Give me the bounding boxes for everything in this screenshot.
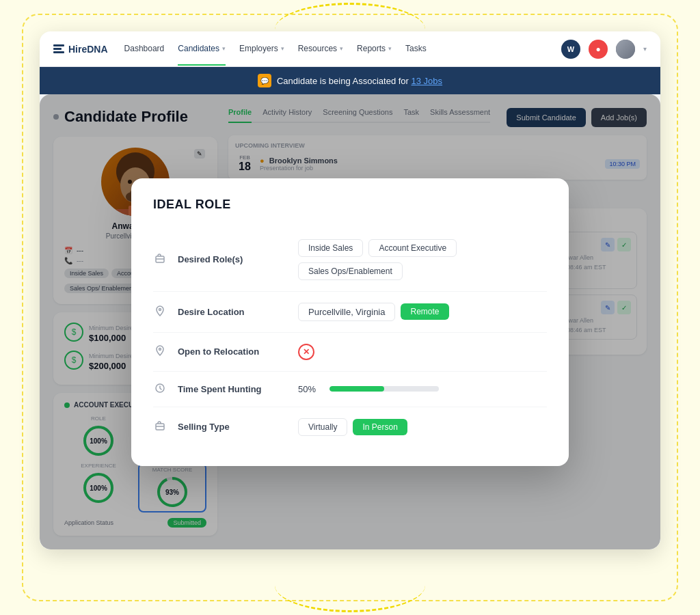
desire-location-label: Desire Location <box>178 307 287 317</box>
location-value: Purcellville, Virginia <box>298 303 395 321</box>
nav-resources[interactable]: Resources ▾ <box>298 33 343 66</box>
desire-location-row: Desire Location Purcellville, Virginia R… <box>153 292 547 333</box>
svg-point-18 <box>159 308 161 310</box>
logo: HireDNA <box>53 44 108 55</box>
banner-jobs-link[interactable]: 13 Jobs <box>412 76 443 86</box>
selling-type-values: Virtually In Person <box>298 418 547 436</box>
chevron-down-icon: ▾ <box>281 45 284 52</box>
avatar-button[interactable] <box>616 40 635 59</box>
nav-right: W ● ▾ <box>561 40 647 59</box>
svg-point-19 <box>159 348 161 351</box>
relocation-row: Open to Relocation ✕ <box>153 333 547 372</box>
selling-type-row: Selling Type Virtually In Person <box>153 407 547 447</box>
relocation-label: Open to Relocation <box>178 346 287 357</box>
nav-candidates[interactable]: Candidates ▾ <box>178 33 226 66</box>
time-hunting-row: Time Spent Hunting 50% <box>153 372 547 407</box>
role-tag-sales-ops: Sales Ops/Enablement <box>298 262 403 280</box>
nav-tasks[interactable]: Tasks <box>405 33 427 66</box>
desired-roles-label: Desired Role(s) <box>178 254 287 264</box>
logo-icon <box>53 44 64 53</box>
nav-employers[interactable]: Employers ▾ <box>239 33 284 66</box>
banner-text: Candidate is being Associated for 13 Job… <box>277 76 442 86</box>
desired-roles-values: Inside Sales Account Executive Sales Ops… <box>298 239 547 280</box>
no-relocation-icon: ✕ <box>298 344 314 360</box>
progress-percent: 50% <box>298 384 323 394</box>
user-avatar <box>616 40 635 59</box>
nav-chevron[interactable]: ▾ <box>643 45 647 53</box>
time-hunting-value: 50% <box>298 384 547 394</box>
relocation-value: ✕ <box>298 344 547 360</box>
time-hunting-label: Time Spent Hunting <box>178 384 287 394</box>
nav-reports[interactable]: Reports ▾ <box>357 33 392 66</box>
desired-roles-row: Desired Role(s) Inside Sales Account Exe… <box>153 228 547 292</box>
virtually-tag: Virtually <box>298 418 347 436</box>
progress-container: 50% <box>298 384 439 394</box>
modal-title: IDEAL ROLE <box>153 197 547 212</box>
banner-icon: 💬 <box>258 74 271 87</box>
logo-text: HireDNA <box>68 44 108 55</box>
nav-dashboard[interactable]: Dashboard <box>124 33 165 66</box>
chevron-down-icon: ▾ <box>340 45 343 52</box>
location-icon-1 <box>153 305 167 318</box>
notification-button[interactable]: ● <box>589 40 608 59</box>
location-icon-2 <box>153 345 167 358</box>
ideal-role-modal: IDEAL ROLE Desired Role(s) Insi <box>131 178 569 466</box>
modal-overlay[interactable]: IDEAL ROLE Desired Role(s) Insi <box>40 94 660 549</box>
chevron-down-icon: ▾ <box>222 45 226 52</box>
in-person-badge: In Person <box>353 419 407 435</box>
role-tag-account-exec: Account Executive <box>368 239 457 257</box>
nav-items: Dashboard Candidates ▾ Employers ▾ Resou… <box>124 33 545 66</box>
role-tag-inside-sales: Inside Sales <box>298 239 363 257</box>
selling-icon <box>153 420 167 433</box>
progress-bar-fill <box>329 386 384 392</box>
clock-icon <box>153 383 167 396</box>
briefcase-icon <box>153 253 167 266</box>
progress-bar-background <box>329 386 439 392</box>
selling-type-label: Selling Type <box>178 422 287 432</box>
wp-button[interactable]: W <box>561 40 580 59</box>
chevron-down-icon: ▾ <box>388 45 392 52</box>
association-banner: 💬 Candidate is being Associated for 13 J… <box>40 67 660 94</box>
desire-location-values: Purcellville, Virginia Remote <box>298 303 547 321</box>
remote-badge: Remote <box>401 303 448 320</box>
navigation: HireDNA Dashboard Candidates ▾ Employers… <box>40 31 660 67</box>
